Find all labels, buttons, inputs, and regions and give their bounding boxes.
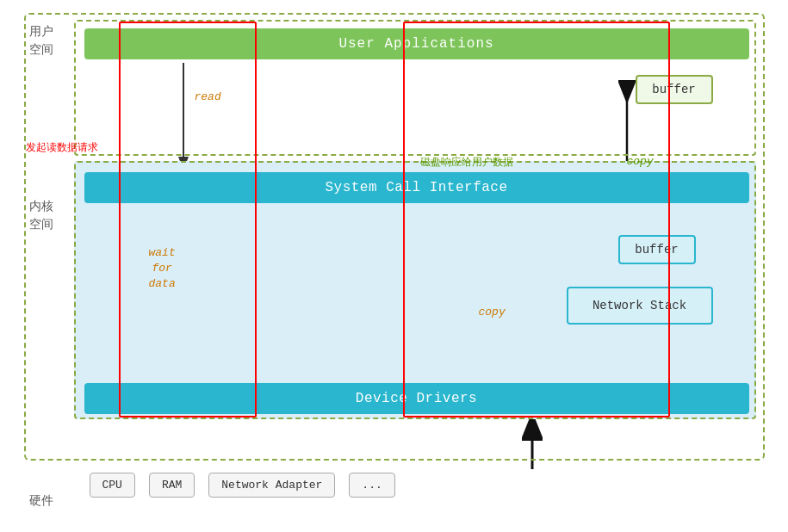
- buffer-user: buffer: [636, 75, 713, 104]
- hardware-label: 硬件: [29, 493, 53, 509]
- device-drivers-label: Device Drivers: [356, 391, 477, 406]
- read-label: read: [195, 90, 221, 103]
- user-applications-bar: User Applications: [84, 28, 749, 59]
- initiate-read-label: 发起读数据请求: [26, 140, 98, 155]
- copy-label-upper: copy: [627, 155, 654, 168]
- disk-response-label: 磁盘响应给用户数据: [420, 155, 513, 170]
- more-box: ...: [349, 473, 394, 498]
- copy-label-lower: copy: [479, 306, 506, 319]
- user-applications-label: User Applications: [338, 36, 493, 52]
- buffer-user-label: buffer: [652, 83, 695, 96]
- syscall-label: System Call Interface: [325, 180, 507, 195]
- buffer-kernel: buffer: [618, 235, 696, 264]
- cpu-box: CPU: [90, 473, 135, 498]
- device-drivers-bar: Device Drivers: [84, 383, 749, 414]
- system-call-interface-bar: System Call Interface: [84, 172, 749, 203]
- wait-for-data-label: waitfordata: [149, 245, 176, 293]
- kernel-space-label: 内核空间: [29, 198, 53, 234]
- ram-box: RAM: [149, 473, 195, 498]
- network-adapter-box: Network Adapter: [208, 473, 335, 498]
- buffer-kernel-label: buffer: [635, 243, 678, 257]
- network-stack-box: Network Stack: [567, 287, 713, 325]
- network-stack-label: Network Stack: [593, 299, 686, 312]
- user-space-label: 用户空间: [29, 23, 53, 59]
